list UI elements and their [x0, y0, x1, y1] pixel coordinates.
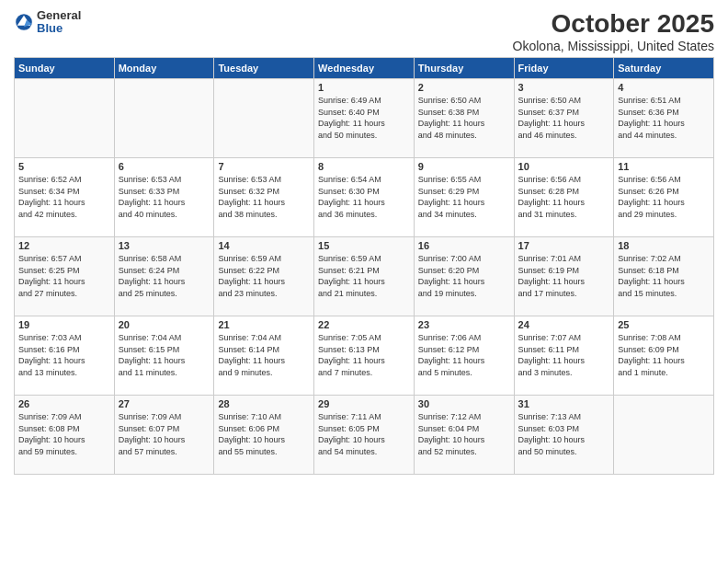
- calendar-cell: 23Sunrise: 7:06 AM Sunset: 6:12 PM Dayli…: [414, 316, 514, 396]
- day-info: Sunrise: 7:13 AM Sunset: 6:03 PM Dayligh…: [518, 411, 610, 457]
- calendar-header: SundayMondayTuesdayWednesdayThursdayFrid…: [15, 58, 714, 79]
- day-number: 21: [218, 319, 310, 330]
- calendar-cell: 22Sunrise: 7:05 AM Sunset: 6:13 PM Dayli…: [314, 316, 415, 396]
- day-info: Sunrise: 6:55 AM Sunset: 6:29 PM Dayligh…: [418, 174, 510, 220]
- day-number: 15: [318, 240, 410, 251]
- page-title: October 2025: [513, 9, 714, 39]
- day-info: Sunrise: 7:07 AM Sunset: 6:11 PM Dayligh…: [518, 332, 610, 378]
- title-block: October 2025 Okolona, Mississippi, Unite…: [513, 9, 714, 53]
- calendar-cell: 13Sunrise: 6:58 AM Sunset: 6:24 PM Dayli…: [114, 237, 214, 316]
- day-info: Sunrise: 7:10 AM Sunset: 6:06 PM Dayligh…: [218, 411, 310, 457]
- weekday-header-monday: Monday: [114, 58, 214, 79]
- calendar-cell: [614, 396, 714, 475]
- day-number: 23: [418, 319, 510, 330]
- day-info: Sunrise: 6:50 AM Sunset: 6:37 PM Dayligh…: [518, 95, 610, 141]
- day-number: 28: [218, 398, 310, 409]
- day-info: Sunrise: 7:01 AM Sunset: 6:19 PM Dayligh…: [518, 253, 610, 299]
- day-info: Sunrise: 7:06 AM Sunset: 6:12 PM Dayligh…: [418, 332, 510, 378]
- day-number: 19: [18, 319, 110, 330]
- calendar-cell: 15Sunrise: 6:59 AM Sunset: 6:21 PM Dayli…: [314, 237, 415, 316]
- day-number: 8: [318, 161, 410, 172]
- weekday-header-thursday: Thursday: [414, 58, 514, 79]
- calendar-week-4: 19Sunrise: 7:03 AM Sunset: 6:16 PM Dayli…: [15, 316, 714, 396]
- day-number: 12: [18, 240, 110, 251]
- calendar-cell: 14Sunrise: 6:59 AM Sunset: 6:22 PM Dayli…: [214, 237, 314, 316]
- calendar-table: SundayMondayTuesdayWednesdayThursdayFrid…: [14, 57, 714, 475]
- calendar-cell: 29Sunrise: 7:11 AM Sunset: 6:05 PM Dayli…: [314, 396, 415, 475]
- header: General Blue October 2025 Okolona, Missi…: [14, 9, 714, 53]
- page-container: General Blue October 2025 Okolona, Missi…: [0, 0, 728, 484]
- day-number: 22: [318, 319, 410, 330]
- day-number: 27: [119, 398, 210, 409]
- day-number: 5: [18, 161, 110, 172]
- day-number: 14: [218, 240, 310, 251]
- day-number: 7: [218, 161, 310, 172]
- calendar-cell: 6Sunrise: 6:53 AM Sunset: 6:33 PM Daylig…: [114, 158, 214, 237]
- day-number: 11: [618, 161, 710, 172]
- calendar-cell: [214, 79, 314, 158]
- day-info: Sunrise: 7:08 AM Sunset: 6:09 PM Dayligh…: [618, 332, 710, 378]
- day-number: 30: [418, 398, 510, 409]
- calendar-cell: 17Sunrise: 7:01 AM Sunset: 6:19 PM Dayli…: [514, 237, 614, 316]
- day-info: Sunrise: 6:52 AM Sunset: 6:34 PM Dayligh…: [18, 174, 110, 220]
- day-number: 3: [518, 82, 610, 93]
- weekday-header-saturday: Saturday: [614, 58, 714, 79]
- day-info: Sunrise: 6:59 AM Sunset: 6:21 PM Dayligh…: [318, 253, 410, 299]
- calendar-body: 1Sunrise: 6:49 AM Sunset: 6:40 PM Daylig…: [15, 79, 714, 475]
- day-number: 17: [518, 240, 610, 251]
- day-number: 25: [618, 319, 710, 330]
- calendar-cell: 30Sunrise: 7:12 AM Sunset: 6:04 PM Dayli…: [414, 396, 514, 475]
- day-number: 18: [618, 240, 710, 251]
- day-number: 13: [119, 240, 210, 251]
- logo-general-text: General: [37, 9, 81, 22]
- calendar-cell: [15, 79, 115, 158]
- day-info: Sunrise: 7:04 AM Sunset: 6:14 PM Dayligh…: [218, 332, 310, 378]
- logo: General Blue: [14, 9, 81, 36]
- weekday-header-sunday: Sunday: [15, 58, 115, 79]
- calendar-week-2: 5Sunrise: 6:52 AM Sunset: 6:34 PM Daylig…: [15, 158, 714, 237]
- day-info: Sunrise: 6:50 AM Sunset: 6:38 PM Dayligh…: [418, 95, 510, 141]
- calendar-cell: 4Sunrise: 6:51 AM Sunset: 6:36 PM Daylig…: [614, 79, 714, 158]
- day-info: Sunrise: 7:02 AM Sunset: 6:18 PM Dayligh…: [618, 253, 710, 299]
- day-info: Sunrise: 7:09 AM Sunset: 6:07 PM Dayligh…: [119, 411, 210, 457]
- logo-text: General Blue: [37, 9, 81, 36]
- day-number: 2: [418, 82, 510, 93]
- day-info: Sunrise: 7:09 AM Sunset: 6:08 PM Dayligh…: [18, 411, 110, 457]
- day-info: Sunrise: 6:53 AM Sunset: 6:32 PM Dayligh…: [218, 174, 310, 220]
- calendar-cell: 12Sunrise: 6:57 AM Sunset: 6:25 PM Dayli…: [15, 237, 115, 316]
- day-number: 4: [618, 82, 710, 93]
- calendar-cell: 9Sunrise: 6:55 AM Sunset: 6:29 PM Daylig…: [414, 158, 514, 237]
- calendar-cell: 5Sunrise: 6:52 AM Sunset: 6:34 PM Daylig…: [15, 158, 115, 237]
- calendar-week-3: 12Sunrise: 6:57 AM Sunset: 6:25 PM Dayli…: [15, 237, 714, 316]
- day-info: Sunrise: 6:57 AM Sunset: 6:25 PM Dayligh…: [18, 253, 110, 299]
- calendar-cell: 25Sunrise: 7:08 AM Sunset: 6:09 PM Dayli…: [614, 316, 714, 396]
- day-number: 10: [518, 161, 610, 172]
- day-number: 9: [418, 161, 510, 172]
- calendar-cell: 7Sunrise: 6:53 AM Sunset: 6:32 PM Daylig…: [214, 158, 314, 237]
- day-number: 20: [119, 319, 210, 330]
- calendar-cell: 27Sunrise: 7:09 AM Sunset: 6:07 PM Dayli…: [114, 396, 214, 475]
- day-info: Sunrise: 6:51 AM Sunset: 6:36 PM Dayligh…: [618, 95, 710, 141]
- calendar-cell: 21Sunrise: 7:04 AM Sunset: 6:14 PM Dayli…: [214, 316, 314, 396]
- day-info: Sunrise: 6:53 AM Sunset: 6:33 PM Dayligh…: [119, 174, 210, 220]
- day-number: 1: [318, 82, 410, 93]
- calendar-cell: [114, 79, 214, 158]
- page-subtitle: Okolona, Mississippi, United States: [513, 39, 714, 53]
- day-number: 26: [18, 398, 110, 409]
- weekday-header-tuesday: Tuesday: [214, 58, 314, 79]
- calendar-cell: 26Sunrise: 7:09 AM Sunset: 6:08 PM Dayli…: [15, 396, 115, 475]
- day-info: Sunrise: 6:49 AM Sunset: 6:40 PM Dayligh…: [318, 95, 410, 141]
- calendar-cell: 16Sunrise: 7:00 AM Sunset: 6:20 PM Dayli…: [414, 237, 514, 316]
- day-info: Sunrise: 7:03 AM Sunset: 6:16 PM Dayligh…: [18, 332, 110, 378]
- calendar-cell: 31Sunrise: 7:13 AM Sunset: 6:03 PM Dayli…: [514, 396, 614, 475]
- calendar-cell: 19Sunrise: 7:03 AM Sunset: 6:16 PM Dayli…: [15, 316, 115, 396]
- calendar-week-1: 1Sunrise: 6:49 AM Sunset: 6:40 PM Daylig…: [15, 79, 714, 158]
- day-number: 6: [119, 161, 210, 172]
- calendar-cell: 1Sunrise: 6:49 AM Sunset: 6:40 PM Daylig…: [314, 79, 415, 158]
- day-info: Sunrise: 6:59 AM Sunset: 6:22 PM Dayligh…: [218, 253, 310, 299]
- calendar-cell: 24Sunrise: 7:07 AM Sunset: 6:11 PM Dayli…: [514, 316, 614, 396]
- day-info: Sunrise: 7:11 AM Sunset: 6:05 PM Dayligh…: [318, 411, 410, 457]
- day-info: Sunrise: 6:56 AM Sunset: 6:28 PM Dayligh…: [518, 174, 610, 220]
- calendar-cell: 28Sunrise: 7:10 AM Sunset: 6:06 PM Dayli…: [214, 396, 314, 475]
- weekday-header-friday: Friday: [514, 58, 614, 79]
